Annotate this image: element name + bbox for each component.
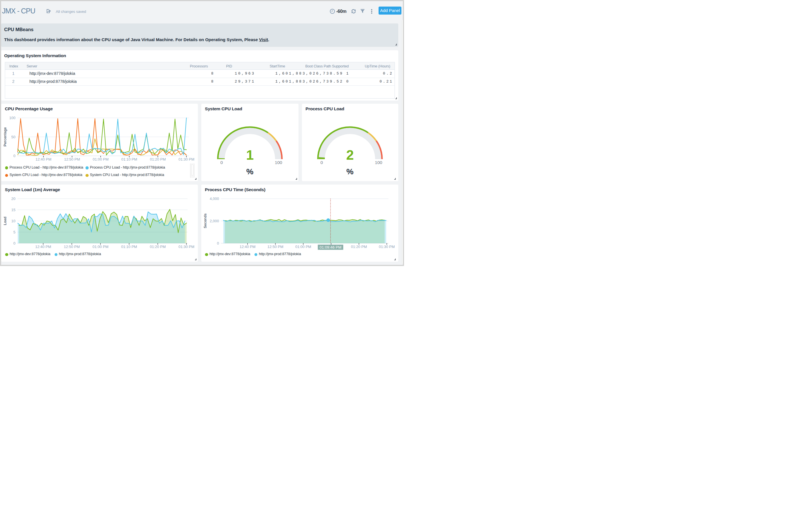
svg-text:12:40 PM: 12:40 PM	[239, 245, 255, 249]
svg-text:01:10 PM: 01:10 PM	[121, 157, 137, 162]
svg-text:2,000: 2,000	[209, 219, 219, 223]
svg-text:5: 5	[14, 230, 15, 234]
svg-text:0: 0	[14, 241, 15, 245]
svg-text:0: 0	[217, 241, 219, 245]
svg-text:01:10 PM: 01:10 PM	[121, 245, 137, 249]
svg-text:01:00 PM: 01:00 PM	[93, 245, 109, 249]
svg-text:01:09:46 PM: 01:09:46 PM	[319, 245, 342, 249]
svg-text:50: 50	[12, 135, 15, 139]
svg-text:01:20 PM: 01:20 PM	[150, 245, 166, 249]
svg-text:%: %	[347, 167, 354, 176]
svg-text:01:00 PM: 01:00 PM	[93, 157, 109, 162]
svg-text:Seconds: Seconds	[203, 213, 207, 228]
svg-text:100: 100	[9, 116, 15, 120]
svg-text:4,000: 4,000	[209, 196, 219, 201]
svg-text:%: %	[246, 167, 253, 176]
svg-text:12:50 PM: 12:50 PM	[267, 245, 283, 249]
svg-text:Load: Load	[3, 216, 7, 225]
svg-text:12:40 PM: 12:40 PM	[35, 245, 51, 249]
svg-text:Percentage: Percentage	[3, 127, 7, 146]
svg-text:01:00 PM: 01:00 PM	[295, 245, 311, 249]
svg-text:12:40 PM: 12:40 PM	[35, 157, 52, 162]
svg-text:01:30 PM: 01:30 PM	[179, 157, 195, 162]
svg-text:0: 0	[14, 154, 15, 158]
svg-text:01:20 PM: 01:20 PM	[150, 157, 166, 162]
svg-text:100: 100	[375, 160, 382, 165]
svg-text:0: 0	[220, 160, 223, 165]
svg-text:01:30 PM: 01:30 PM	[179, 245, 195, 249]
svg-text:12:50 PM: 12:50 PM	[64, 245, 80, 249]
svg-text:0: 0	[320, 160, 323, 165]
svg-text:01:20 PM: 01:20 PM	[351, 245, 367, 249]
svg-text:1: 1	[246, 148, 254, 163]
svg-text:100: 100	[275, 160, 282, 165]
svg-text:20: 20	[12, 196, 15, 201]
svg-text:2: 2	[346, 148, 354, 163]
svg-text:15: 15	[12, 208, 15, 212]
svg-text:12:50 PM: 12:50 PM	[64, 157, 80, 162]
svg-text:10: 10	[12, 219, 15, 223]
svg-text:01:30 PM: 01:30 PM	[379, 245, 394, 249]
